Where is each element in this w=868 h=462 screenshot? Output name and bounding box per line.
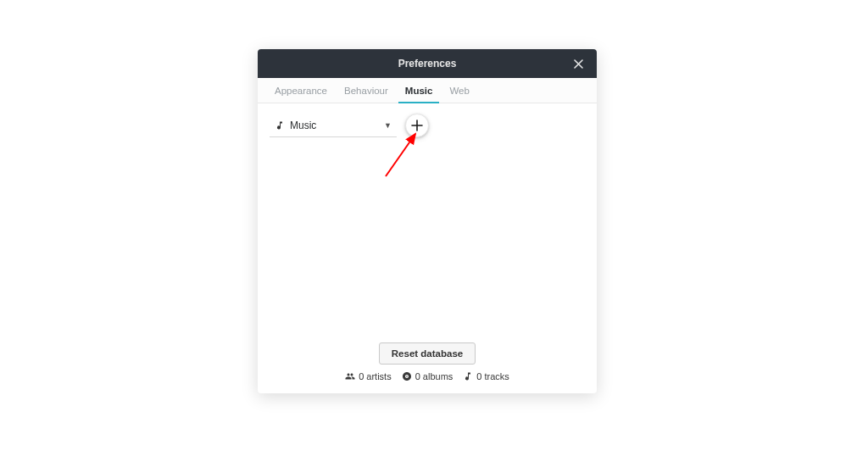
tab-web[interactable]: Web	[441, 78, 477, 103]
tracks-icon	[463, 371, 473, 381]
tab-music[interactable]: Music	[397, 78, 442, 103]
tab-label: Appearance	[275, 86, 327, 96]
add-folder-button[interactable]	[405, 114, 429, 137]
library-stats: 0 artists 0 albums 0 tracks	[345, 371, 509, 385]
music-folder-row: Music ▼	[270, 114, 585, 137]
tab-label: Behaviour	[344, 86, 388, 96]
tab-behaviour[interactable]: Behaviour	[336, 78, 397, 103]
music-folder-label: Music	[290, 120, 384, 131]
music-footer: Reset database 0 artists 0 albums 0 trac…	[270, 336, 585, 385]
tab-appearance[interactable]: Appearance	[266, 78, 336, 103]
titlebar: Preferences	[258, 49, 597, 78]
albums-icon	[402, 371, 412, 381]
stat-label: 0 artists	[359, 371, 392, 381]
reset-database-button[interactable]: Reset database	[379, 342, 476, 365]
stat-label: 0 albums	[415, 371, 453, 381]
tab-content-music: Music ▼ Reset database 0 artists 0 album…	[258, 103, 597, 393]
tab-label: Web	[449, 86, 469, 96]
close-button[interactable]	[566, 49, 590, 78]
tabs: Appearance Behaviour Music Web	[258, 78, 597, 103]
artists-icon	[345, 371, 355, 381]
stat-artists: 0 artists	[345, 371, 392, 381]
plus-icon	[411, 120, 423, 131]
stat-label: 0 tracks	[476, 371, 509, 381]
preferences-window: Preferences Appearance Behaviour Music W…	[258, 49, 597, 393]
window-title: Preferences	[398, 58, 457, 70]
stat-albums: 0 albums	[402, 371, 453, 381]
caret-down-icon: ▼	[384, 121, 392, 130]
music-note-icon	[275, 120, 285, 131]
tab-label: Music	[405, 86, 433, 96]
stat-tracks: 0 tracks	[463, 371, 509, 381]
close-icon	[574, 59, 583, 69]
music-folder-select[interactable]: Music ▼	[270, 114, 397, 137]
